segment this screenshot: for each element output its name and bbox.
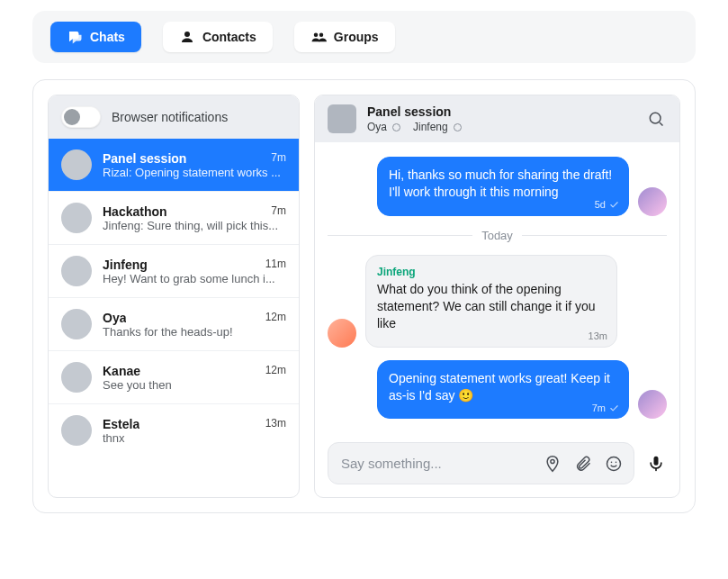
separator-line [328,235,472,236]
notifications-row: Browser notifications [49,95,299,139]
avatar [61,256,92,286]
composer [328,442,634,484]
conversation-time: 11m [265,258,286,272]
member-name: Jinfeng [413,121,448,133]
day-separator: Today [328,229,667,242]
message-time: 7m [592,402,606,415]
avatar [61,415,92,446]
conversation-item[interactable]: Hackathon 7m Jinfeng: Sure thing, will p… [49,191,299,244]
contact-icon [179,29,195,45]
emoji-button[interactable] [603,453,625,475]
chat-header-actions [645,108,667,131]
smile-icon [605,455,623,473]
tab-chats[interactable]: Chats [50,22,141,52]
conversation-time: 7m [271,151,286,166]
location-button[interactable] [542,453,563,475]
conversation-item[interactable]: Kanae 12m See you then [49,350,299,403]
top-nav: Chats Contacts Groups [32,11,696,63]
message-bubble-them: Jinfeng What do you think of the opening… [365,255,617,348]
tab-groups[interactable]: Groups [294,22,395,52]
message-row: Jinfeng What do you think of the opening… [328,255,667,348]
notifications-label: Browser notifications [112,110,228,124]
avatar [61,309,92,339]
avatar [61,362,92,393]
attach-button[interactable] [572,453,594,475]
delivered-check-icon [609,200,619,210]
conversation-preview: See you then [103,378,286,392]
chat-header: Panel session Oya Jinfeng [315,95,679,142]
tab-label: Contacts [202,30,256,44]
conversation-list-pane: Browser notifications Panel session 7m R… [48,95,300,498]
main-card: Browser notifications Panel session 7m R… [32,79,696,513]
conversation-preview: Rizal: Opening statement works ... [103,166,286,179]
message-meta: 7m [592,402,619,415]
paperclip-icon [574,455,592,473]
conversation-list: Panel session 7m Rizal: Opening statemen… [49,139,299,457]
mic-button[interactable] [645,453,667,475]
chats-icon [67,29,83,45]
conversation-preview: Thanks for the heads-up! [103,325,286,339]
member-name: Oya [367,121,387,133]
message-row: Hi, thanks so much for sharing the draft… [328,157,667,216]
search-icon [647,110,665,128]
conversation-time: 7m [271,204,286,219]
svg-point-5 [607,457,621,470]
presence-dot [392,123,400,131]
avatar [638,187,667,216]
member: Jinfeng [413,121,462,133]
conversation-item[interactable]: Panel session 7m Rizal: Opening statemen… [49,139,299,191]
groups-icon [310,29,327,45]
conversation-title: Panel session [103,151,186,166]
svg-point-1 [314,33,319,38]
notifications-toggle[interactable] [61,106,101,128]
message-text: What do you think of the opening stateme… [377,282,596,330]
presence-dot [454,123,462,131]
svg-point-7 [616,461,617,463]
message-text: Hi, thanks so much for sharing the draft… [389,167,612,199]
member: Oya [367,121,400,133]
conversation-preview: thnx [103,431,286,445]
conversation-item[interactable]: Estela 13m thnx [49,403,299,457]
avatar [61,203,92,233]
message-input[interactable] [341,448,533,478]
message-text: Opening statement works great! Keep it a… [389,371,610,403]
composer-row [315,433,679,497]
message-bubble-me: Opening statement works great! Keep it a… [377,360,629,420]
delivered-check-icon [609,403,619,413]
conversation-item[interactable]: Jinfeng 11m Hey! Want to grab some lunch… [49,244,299,297]
svg-point-3 [650,113,661,123]
svg-point-2 [319,33,324,38]
conversation-title: Kanae [103,364,140,378]
message-sender: Jinfeng [377,265,606,279]
message-row: Opening statement works great! Keep it a… [328,360,667,420]
chat-title: Panel session [367,104,462,119]
avatar [638,390,667,419]
message-meta: 5d [595,198,619,212]
chat-avatar [328,104,356,133]
conversation-title: Estela [103,417,139,431]
conversation-title: Hackathon [103,204,167,219]
separator-line [522,235,667,236]
avatar [61,149,92,180]
svg-point-6 [611,461,613,463]
avatar [328,319,356,348]
message-list: Hi, thanks so much for sharing the draft… [315,142,679,433]
mic-icon [647,455,665,473]
tab-contacts[interactable]: Contacts [163,22,273,52]
tab-label: Groups [334,30,379,44]
svg-point-0 [184,32,190,37]
separator-label: Today [481,229,513,242]
conversation-title: Jinfeng [103,258,148,272]
search-button[interactable] [645,108,667,130]
message-bubble-me: Hi, thanks so much for sharing the draft… [377,157,629,216]
tab-label: Chats [90,30,125,44]
message-time: 13m [589,330,607,343]
chat-pane: Panel session Oya Jinfeng [314,95,680,498]
conversation-time: 13m [265,417,286,431]
conversation-title: Oya [103,311,126,325]
conversation-item[interactable]: Oya 12m Thanks for the heads-up! [49,297,299,350]
message-meta: 13m [589,330,607,343]
conversation-time: 12m [265,364,286,378]
location-icon [544,455,562,473]
conversation-preview: Hey! Want to grab some lunch i... [103,272,286,285]
